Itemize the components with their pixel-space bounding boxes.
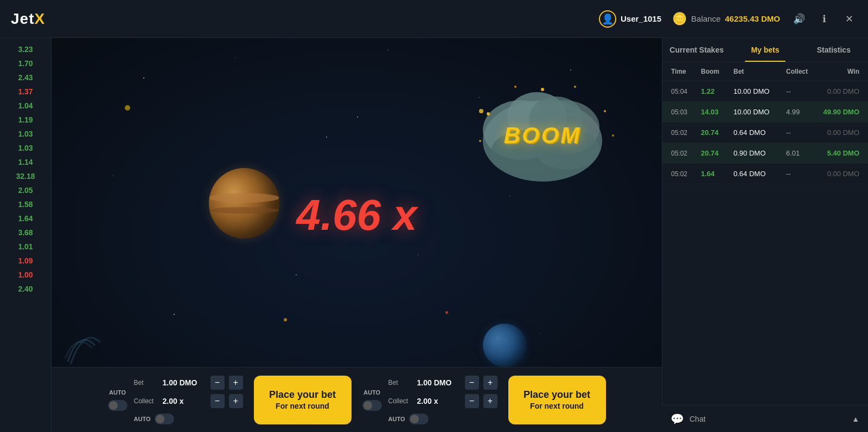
tab-statistics[interactable]: Statistics <box>800 38 868 62</box>
cell-win: 49.90 DMO <box>816 108 859 116</box>
sidebar-left: 3.23 1.70 2.43 1.37 1.04 1.19 1.03 1.03 … <box>0 38 52 432</box>
place-bet-line1-2: Place your bet <box>524 389 590 401</box>
balance-label: Balance <box>691 14 720 23</box>
auto-toggle-2[interactable] <box>362 400 382 411</box>
table-row: 05:02 20.74 0.64 DMO -- 0.00 DMO <box>662 122 868 143</box>
cell-boom: 1.22 <box>701 87 733 95</box>
table-row: 05:02 20.74 0.90 DMO 6.01 5.40 DMO <box>662 143 868 164</box>
place-bet-line1: Place your bet <box>269 389 336 401</box>
bet-label-2: Bet <box>388 379 413 386</box>
user-info: 👤 User_1015 <box>599 10 661 28</box>
bet-row-1: Bet 1.00 DMO − + <box>134 376 243 390</box>
list-item: 1.64 <box>4 212 47 225</box>
auto-label-2b: AUTO <box>388 416 405 422</box>
auto-toggle-2b[interactable] <box>409 414 429 424</box>
cell-time: 05:02 <box>671 129 701 137</box>
boom-text: BOOΜ <box>504 122 582 149</box>
star <box>387 50 388 50</box>
header-right: 👤 User_1015 🪙 Balance 46235.43 DMO 🔊 ℹ ✕ <box>599 10 857 28</box>
user-icon: 👤 <box>599 10 616 28</box>
star <box>174 314 175 315</box>
bet-row-2: Bet 1.00 DMO − + <box>388 376 497 390</box>
cell-collect: -- <box>786 87 816 95</box>
explosion-cloud: BOOΜ <box>467 81 618 190</box>
auto-toggle-1b[interactable] <box>155 414 174 424</box>
table-row: 05:04 1.22 10.00 DMO -- 0.00 DMO <box>662 81 868 102</box>
cell-boom: 14.03 <box>701 108 733 116</box>
balance-icon: 🪙 <box>672 12 687 26</box>
svg-point-10 <box>479 140 481 142</box>
accent-dot <box>125 105 130 111</box>
right-panel: Current Stakes My bets Statistics Time B… <box>662 38 868 432</box>
cell-time: 05:02 <box>671 170 701 178</box>
star <box>357 353 358 354</box>
bet-label-1: Bet <box>134 379 158 386</box>
cell-collect: -- <box>786 128 816 137</box>
bet-value-1: 1.00 DMO <box>163 378 206 387</box>
collect-plus-2[interactable]: + <box>483 394 497 408</box>
table-row: 05:02 1.64 0.64 DMO -- 0.00 DMO <box>662 164 868 184</box>
bet-minus-1[interactable]: − <box>210 376 225 390</box>
col-header-win: Win <box>816 68 859 75</box>
col-header-collect: Collect <box>786 68 816 75</box>
star <box>509 196 510 196</box>
tab-current-stakes[interactable]: Current Stakes <box>662 38 731 62</box>
close-icon[interactable]: ✕ <box>841 11 857 27</box>
list-item: 1.09 <box>4 254 47 267</box>
info-icon[interactable]: ℹ <box>816 11 832 27</box>
list-item: 1.04 <box>4 99 47 112</box>
balance-value: 46235.43 DMO <box>725 14 780 23</box>
col-header-bet: Bet <box>733 68 786 75</box>
svg-point-13 <box>574 86 576 88</box>
star <box>326 137 327 138</box>
auto-toggle-1[interactable] <box>108 400 127 411</box>
collect-row-1: Collect 2.00 x − + <box>134 394 243 408</box>
sound-icon[interactable]: 🔊 <box>791 11 807 27</box>
list-item: 1.03 <box>4 127 47 140</box>
logo-highlight: X <box>34 10 45 27</box>
collect-plus-1[interactable]: + <box>229 394 243 408</box>
bet-panel-1: AUTO Bet 1.00 DMO − + Collect 2.00 x − +… <box>108 376 243 424</box>
bet-controls-1: Bet 1.00 DMO − + Collect 2.00 x − + AUTO <box>134 376 243 424</box>
collect-minus-1[interactable]: − <box>210 394 225 408</box>
star <box>296 274 297 275</box>
cell-collect: -- <box>786 170 816 178</box>
place-bet-button-2[interactable]: Place your bet For next round <box>508 376 606 424</box>
star <box>113 176 113 176</box>
chat-arrow-icon: ▲ <box>852 415 859 423</box>
cell-win: 0.00 DMO <box>816 87 859 95</box>
list-item: 3.23 <box>4 43 47 56</box>
collect-minus-2[interactable]: − <box>465 394 479 408</box>
accent-dot <box>445 311 448 314</box>
planet-jupiter <box>209 168 279 238</box>
col-header-boom: Boom <box>701 68 733 75</box>
place-bet-button-1[interactable]: Place your bet For next round <box>254 376 352 424</box>
balance-info: 🪙 Balance 46235.43 DMO <box>672 12 780 26</box>
cell-boom: 1.64 <box>701 170 733 178</box>
collect-label-1: Collect <box>134 397 158 405</box>
star <box>418 255 418 255</box>
bet-plus-2[interactable]: + <box>483 376 497 390</box>
tab-my-bets[interactable]: My bets <box>731 38 799 62</box>
bet-plus-1[interactable]: + <box>229 376 243 390</box>
col-header-time: Time <box>671 68 701 75</box>
cell-time: 05:02 <box>671 150 701 157</box>
svg-point-9 <box>612 134 614 137</box>
bet-controls-2: Bet 1.00 DMO − + Collect 2.00 x − + AUTO <box>388 376 497 424</box>
list-item: 1.01 <box>4 240 47 253</box>
star <box>357 117 358 118</box>
svg-point-12 <box>514 86 516 88</box>
collect-value-2: 2.00 x <box>417 397 461 405</box>
cell-bet: 0.90 DMO <box>733 149 786 157</box>
auto-label-1: AUTO <box>109 389 126 396</box>
chat-area[interactable]: 💬 Chat ▲ <box>662 405 868 432</box>
cell-collect: 4.99 <box>786 108 816 116</box>
accent-dot <box>284 318 287 321</box>
list-item: 1.37 <box>4 85 47 98</box>
cell-boom: 20.74 <box>701 149 733 157</box>
chat-label: Chat <box>690 415 706 423</box>
cell-bet: 10.00 DMO <box>733 108 786 116</box>
bet-minus-2[interactable]: − <box>465 376 479 390</box>
auto-section-1: AUTO <box>108 389 127 411</box>
cell-win: 0.00 DMO <box>816 128 859 137</box>
